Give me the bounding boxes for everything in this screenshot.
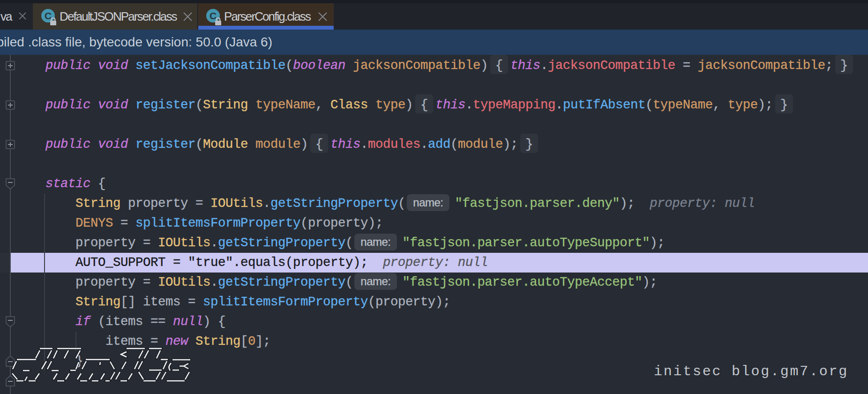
svg-text:C: C — [45, 10, 52, 21]
svg-text:C: C — [210, 10, 217, 21]
